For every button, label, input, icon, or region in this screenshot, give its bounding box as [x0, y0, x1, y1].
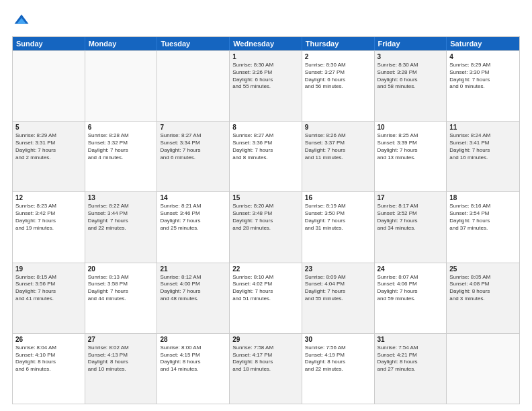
day-number: 7: [160, 124, 226, 131]
calendar-cell: 29Sunrise: 7:58 AM Sunset: 4:17 PM Dayli…: [230, 334, 302, 404]
calendar-cell: [85, 51, 158, 121]
logo-icon: [12, 12, 31, 31]
weekday-header: Thursday: [302, 37, 375, 50]
day-info: Sunrise: 8:29 AM Sunset: 3:30 PM Dayligh…: [449, 62, 517, 91]
calendar-cell: 25Sunrise: 8:05 AM Sunset: 4:08 PM Dayli…: [447, 263, 519, 333]
day-info: Sunrise: 8:04 AM Sunset: 4:10 PM Dayligh…: [15, 345, 82, 373]
day-info: Sunrise: 8:20 AM Sunset: 3:48 PM Dayligh…: [232, 203, 299, 232]
day-info: Sunrise: 8:23 AM Sunset: 3:42 PM Dayligh…: [15, 203, 82, 232]
calendar-cell: 15Sunrise: 8:20 AM Sunset: 3:48 PM Dayli…: [230, 192, 302, 262]
calendar-row: 19Sunrise: 8:15 AM Sunset: 3:56 PM Dayli…: [13, 263, 519, 333]
day-info: Sunrise: 8:10 AM Sunset: 4:02 PM Dayligh…: [232, 274, 299, 303]
calendar-row: 26Sunrise: 8:04 AM Sunset: 4:10 PM Dayli…: [13, 333, 519, 404]
day-number: 24: [378, 265, 444, 273]
day-number: 17: [378, 194, 444, 201]
weekday-header: Saturday: [447, 37, 519, 50]
day-info: Sunrise: 8:02 AM Sunset: 4:13 PM Dayligh…: [88, 345, 154, 373]
day-number: 6: [88, 124, 154, 131]
day-number: 30: [305, 336, 371, 343]
day-info: Sunrise: 8:19 AM Sunset: 3:50 PM Dayligh…: [305, 203, 371, 232]
day-number: 13: [88, 194, 154, 201]
calendar-cell: 8Sunrise: 8:27 AM Sunset: 3:36 PM Daylig…: [230, 122, 302, 191]
calendar-row: 1Sunrise: 8:30 AM Sunset: 3:26 PM Daylig…: [13, 50, 519, 121]
day-info: Sunrise: 8:00 AM Sunset: 4:15 PM Dayligh…: [160, 345, 226, 373]
day-number: 27: [88, 336, 154, 343]
day-info: Sunrise: 8:21 AM Sunset: 3:46 PM Dayligh…: [160, 203, 226, 232]
calendar-cell: 22Sunrise: 8:10 AM Sunset: 4:02 PM Dayli…: [230, 263, 302, 333]
day-number: 28: [160, 336, 226, 343]
calendar-cell: 24Sunrise: 8:07 AM Sunset: 4:06 PM Dayli…: [375, 263, 447, 333]
page: SundayMondayTuesdayWednesdayThursdayFrid…: [0, 0, 532, 411]
calendar-cell: [447, 334, 519, 404]
day-info: Sunrise: 8:29 AM Sunset: 3:31 PM Dayligh…: [15, 132, 82, 161]
day-info: Sunrise: 8:17 AM Sunset: 3:52 PM Dayligh…: [378, 203, 444, 232]
day-info: Sunrise: 8:12 AM Sunset: 4:00 PM Dayligh…: [160, 274, 226, 303]
day-number: 3: [378, 53, 444, 60]
calendar-cell: 27Sunrise: 8:02 AM Sunset: 4:13 PM Dayli…: [85, 334, 158, 404]
weekday-header: Sunday: [13, 37, 85, 50]
calendar-cell: 30Sunrise: 7:56 AM Sunset: 4:19 PM Dayli…: [302, 334, 375, 404]
calendar-cell: 14Sunrise: 8:21 AM Sunset: 3:46 PM Dayli…: [157, 192, 230, 262]
calendar-cell: 11Sunrise: 8:24 AM Sunset: 3:41 PM Dayli…: [447, 122, 519, 191]
calendar-cell: 20Sunrise: 8:13 AM Sunset: 3:58 PM Dayli…: [85, 263, 158, 333]
day-info: Sunrise: 8:16 AM Sunset: 3:54 PM Dayligh…: [449, 203, 517, 232]
calendar-body: 1Sunrise: 8:30 AM Sunset: 3:26 PM Daylig…: [13, 50, 519, 404]
calendar-header: SundayMondayTuesdayWednesdayThursdayFrid…: [13, 37, 519, 50]
calendar-cell: 1Sunrise: 8:30 AM Sunset: 3:26 PM Daylig…: [230, 51, 302, 121]
calendar-cell: 16Sunrise: 8:19 AM Sunset: 3:50 PM Dayli…: [302, 192, 375, 262]
day-number: 1: [232, 53, 299, 60]
weekday-header: Monday: [85, 37, 158, 50]
day-number: 2: [305, 53, 371, 60]
day-number: 16: [305, 194, 371, 201]
calendar-cell: 3Sunrise: 8:30 AM Sunset: 3:28 PM Daylig…: [375, 51, 447, 121]
day-number: 19: [15, 265, 82, 273]
day-number: 4: [449, 53, 517, 60]
calendar-cell: 6Sunrise: 8:28 AM Sunset: 3:32 PM Daylig…: [85, 122, 158, 191]
day-info: Sunrise: 8:27 AM Sunset: 3:36 PM Dayligh…: [232, 132, 299, 161]
day-info: Sunrise: 8:30 AM Sunset: 3:26 PM Dayligh…: [232, 62, 299, 91]
calendar: SundayMondayTuesdayWednesdayThursdayFrid…: [12, 36, 520, 404]
day-number: 21: [160, 265, 226, 273]
calendar-row: 5Sunrise: 8:29 AM Sunset: 3:31 PM Daylig…: [13, 121, 519, 191]
day-info: Sunrise: 8:30 AM Sunset: 3:28 PM Dayligh…: [378, 62, 444, 91]
day-info: Sunrise: 7:58 AM Sunset: 4:17 PM Dayligh…: [232, 345, 299, 373]
day-number: 5: [15, 124, 82, 131]
day-number: 14: [160, 194, 226, 201]
day-number: 10: [378, 124, 444, 131]
weekday-header: Tuesday: [157, 37, 230, 50]
calendar-cell: 23Sunrise: 8:09 AM Sunset: 4:04 PM Dayli…: [302, 263, 375, 333]
calendar-cell: 10Sunrise: 8:25 AM Sunset: 3:39 PM Dayli…: [375, 122, 447, 191]
calendar-cell: 21Sunrise: 8:12 AM Sunset: 4:00 PM Dayli…: [157, 263, 230, 333]
calendar-cell: 9Sunrise: 8:26 AM Sunset: 3:37 PM Daylig…: [302, 122, 375, 191]
calendar-cell: 4Sunrise: 8:29 AM Sunset: 3:30 PM Daylig…: [447, 51, 519, 121]
calendar-cell: 18Sunrise: 8:16 AM Sunset: 3:54 PM Dayli…: [447, 192, 519, 262]
calendar-cell: 2Sunrise: 8:30 AM Sunset: 3:27 PM Daylig…: [302, 51, 375, 121]
calendar-cell: 26Sunrise: 8:04 AM Sunset: 4:10 PM Dayli…: [13, 334, 85, 404]
day-info: Sunrise: 7:56 AM Sunset: 4:19 PM Dayligh…: [305, 345, 371, 373]
day-info: Sunrise: 8:05 AM Sunset: 4:08 PM Dayligh…: [449, 274, 517, 303]
calendar-cell: [157, 51, 230, 121]
day-number: 20: [88, 265, 154, 273]
calendar-cell: 5Sunrise: 8:29 AM Sunset: 3:31 PM Daylig…: [13, 122, 85, 191]
day-number: 29: [232, 336, 299, 343]
calendar-cell: 12Sunrise: 8:23 AM Sunset: 3:42 PM Dayli…: [13, 192, 85, 262]
day-number: 31: [378, 336, 444, 343]
weekday-header: Wednesday: [230, 37, 302, 50]
day-number: 26: [15, 336, 82, 343]
weekday-header: Friday: [375, 37, 447, 50]
day-number: 25: [449, 265, 517, 273]
calendar-row: 12Sunrise: 8:23 AM Sunset: 3:42 PM Dayli…: [13, 191, 519, 262]
logo: [12, 12, 34, 31]
day-number: 18: [449, 194, 517, 201]
day-number: 8: [232, 124, 299, 131]
day-info: Sunrise: 8:09 AM Sunset: 4:04 PM Dayligh…: [305, 274, 371, 303]
day-number: 9: [305, 124, 371, 131]
calendar-cell: 28Sunrise: 8:00 AM Sunset: 4:15 PM Dayli…: [157, 334, 230, 404]
calendar-cell: 19Sunrise: 8:15 AM Sunset: 3:56 PM Dayli…: [13, 263, 85, 333]
calendar-cell: 7Sunrise: 8:27 AM Sunset: 3:34 PM Daylig…: [157, 122, 230, 191]
day-info: Sunrise: 8:28 AM Sunset: 3:32 PM Dayligh…: [88, 132, 154, 161]
calendar-cell: [13, 51, 85, 121]
day-info: Sunrise: 8:27 AM Sunset: 3:34 PM Dayligh…: [160, 132, 226, 161]
day-info: Sunrise: 8:26 AM Sunset: 3:37 PM Dayligh…: [305, 132, 371, 161]
day-number: 22: [232, 265, 299, 273]
